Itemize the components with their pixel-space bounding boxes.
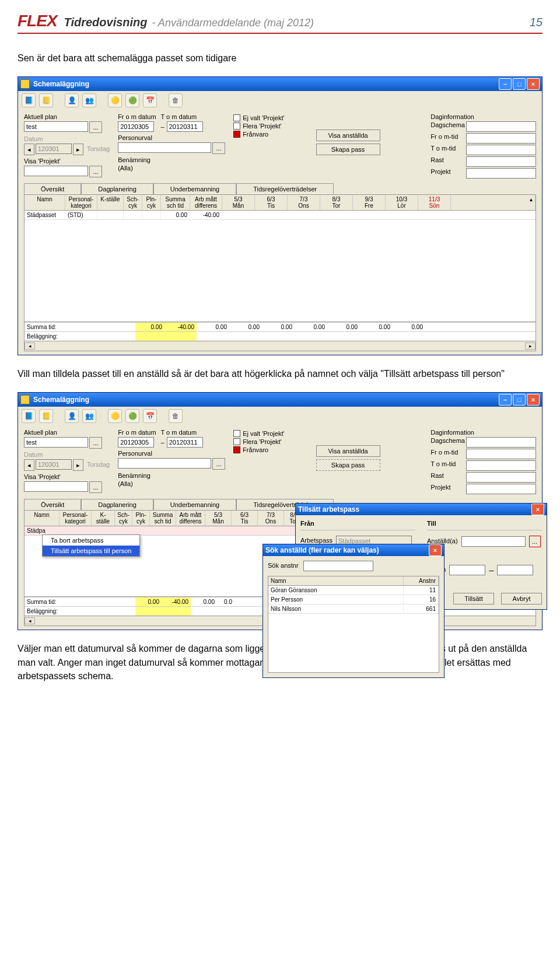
personurval-browse[interactable]: ... [212,458,225,470]
calendar-icon[interactable]: 📅 [143,93,157,107]
tomtid-label: T o m-tid [430,145,465,155]
list-item[interactable]: Nils Nilsson661 [268,604,439,614]
toolbar-icon[interactable]: 📘 [22,93,36,107]
visa-projekt-browse[interactable]: ... [89,481,102,493]
toolbar-icon[interactable]: 👤 [65,409,79,423]
minimize-button[interactable]: – [499,394,512,406]
col-day-1: 5/3 Mån [222,195,255,210]
dialog-title: Tillsätt arbetspass [298,505,359,513]
toolbar-icon[interactable]: 🗑 [169,93,183,107]
summa-tid-label: Summa tid: [24,323,135,331]
visa-anstallda-button[interactable]: Visa anställda [316,445,380,457]
date-next-button[interactable]: ▸ [73,459,83,471]
tab-underbemanning[interactable]: Underbemanning [153,499,236,510]
checkbox-ej-valt-projekt[interactable]: Ej valt 'Projekt' [233,114,284,121]
to-date-input[interactable] [167,121,203,132]
personurval-browse[interactable]: ... [212,142,225,154]
visa-projekt-label: Visa 'Projekt' [24,158,110,165]
ctx-ta-bort[interactable]: Ta bort arbetspass [43,535,139,546]
rast-value [466,156,536,167]
list-item[interactable]: Göran Göransson11 [268,586,439,595]
scroll-up-icon[interactable]: ▴ [451,195,536,210]
toolbar-icon[interactable]: 📒 [39,93,53,107]
checkbox-flera-projekt[interactable]: Flera 'Projekt' [233,438,284,445]
aktuell-plan-input[interactable] [24,437,88,448]
toolbar-icon[interactable]: 🗑 [169,409,183,423]
anstalld-browse-button[interactable]: ... [529,536,541,547]
ctx-tillsatt[interactable]: Tillsätt arbetspass till person [43,546,139,556]
tab-tidsregel[interactable]: Tidsregelöverträdelser [236,183,334,194]
tab-oversikt[interactable]: Översikt [24,499,81,510]
date-next-button[interactable]: ▸ [73,144,83,155]
personurval-input[interactable] [118,142,211,153]
sok-anstnr-label: Sök anstnr [268,562,299,569]
from-date-label: Fr o m datum [118,113,156,120]
date-prev-button[interactable]: ◂ [24,144,34,155]
visa-anstallda-button[interactable]: Visa anställda [316,130,380,141]
tab-underbemanning[interactable]: Underbemanning [153,183,236,194]
aktuell-plan-input[interactable] [24,121,88,132]
toolbar-icon[interactable]: 🟢 [125,93,139,107]
tab-dagplanering[interactable]: Dagplanering [81,183,153,194]
window-title: Schemaläggning [33,80,89,88]
toolbar-icon[interactable]: 📒 [39,409,53,423]
fromtid-label: Fr o m-tid [430,133,465,144]
aktuell-plan-browse[interactable]: ... [89,121,102,133]
projekt-value [466,168,536,179]
doc-title: Tidredovisning [64,16,148,29]
close-button[interactable]: × [429,544,442,556]
toolbar-icon[interactable]: 👥 [82,409,96,423]
from-date-input[interactable] [118,121,154,132]
aktuell-plan-label: Aktuell plan [24,113,110,120]
summa-val: 0.00 [262,323,295,331]
datum-from-input[interactable] [449,565,485,575]
skapa-pass-button[interactable]: Skapa pass [316,459,380,471]
checkbox-flera-projekt[interactable]: Flera 'Projekt' [233,123,284,130]
tillsatt-button[interactable]: Tillsätt [453,593,494,604]
personurval-label: Personurval [118,134,225,141]
scroll-left-icon[interactable]: ◂ [24,617,35,624]
close-button[interactable]: × [531,504,544,515]
checkbox-ej-valt-projekt[interactable]: Ej valt 'Projekt' [233,430,284,437]
visa-projekt-browse[interactable]: ... [89,166,102,177]
maximize-button[interactable]: □ [513,394,526,406]
date-input [36,144,72,154]
calendar-icon[interactable]: 📅 [143,409,157,423]
from-date-input[interactable] [118,437,154,448]
toolbar-icon[interactable]: 👤 [65,93,79,107]
maximize-button[interactable]: □ [513,78,526,90]
sok-anstnr-input[interactable] [303,561,373,571]
scroll-left-icon[interactable]: ◂ [24,343,35,350]
table-row[interactable]: Städpasset (STD) 0.00 -40.00 [24,211,536,220]
aktuell-plan-browse[interactable]: ... [89,437,102,449]
toolbar-icon[interactable]: 🟡 [108,409,122,423]
to-date-input[interactable] [167,437,203,448]
list-item[interactable]: Per Persson16 [268,595,439,604]
tab-dagplanering[interactable]: Dagplanering [81,499,153,510]
skapa-pass-button[interactable]: Skapa pass [316,144,380,155]
app-icon [20,395,30,404]
datum-to-input[interactable] [497,565,533,575]
till-label: Till [427,520,542,527]
avbryt-button[interactable]: Avbryt [501,593,542,604]
benamning-value: (Alla) [118,165,225,172]
close-button[interactable]: × [527,78,540,90]
checkbox-franvaro[interactable]: Frånvaro [233,131,284,138]
tab-oversikt[interactable]: Översikt [24,183,81,194]
toolbar-icon[interactable]: 👥 [82,93,96,107]
visa-projekt-input[interactable] [24,166,88,176]
toolbar-icon[interactable]: 🟡 [108,93,122,107]
date-prev-button[interactable]: ◂ [24,459,34,471]
scroll-right-icon[interactable]: ▸ [525,343,536,350]
personurval-input[interactable] [118,458,211,469]
minimize-button[interactable]: – [499,78,512,90]
toolbar-icon[interactable]: 🟢 [125,409,139,423]
toolbar-icon[interactable]: 📘 [22,409,36,423]
checkbox-franvaro[interactable]: Frånvaro [233,446,284,453]
close-button[interactable]: × [527,394,540,406]
col-day-6: 10/3 Lör [386,195,418,210]
anstalld-input[interactable] [461,536,526,547]
context-menu: Ta bort arbetspass Tillsätt arbetspass t… [42,534,140,557]
window-title: Schemaläggning [33,396,89,404]
visa-projekt-input[interactable] [24,481,88,492]
